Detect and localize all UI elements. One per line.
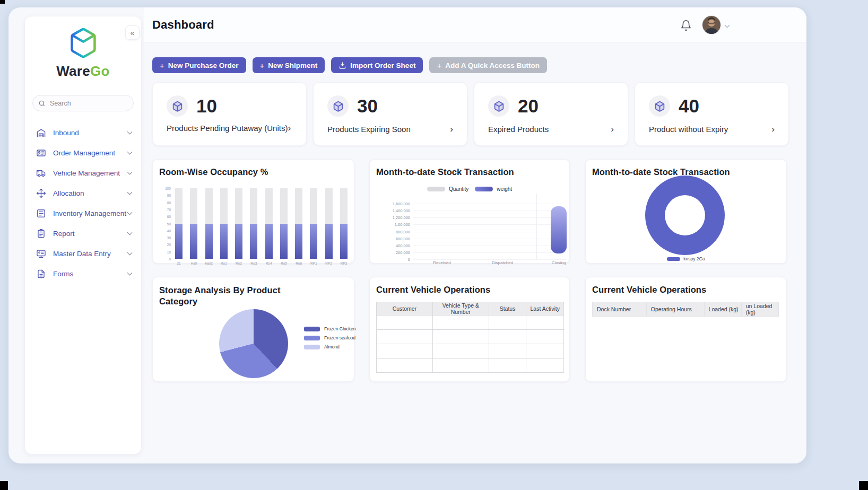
storage-analysis-card: Storage Analysis By Product Category Fro… [152, 277, 354, 382]
x-tick-label: RP1 [310, 261, 317, 265]
y-tick-label: 70 [167, 207, 171, 211]
bar-fill [250, 224, 257, 259]
y-tick-label: 80 [167, 200, 171, 204]
product-cube-icon [649, 95, 670, 117]
sidebar-item-label: Inbound [53, 129, 128, 137]
sidebar: WareGo InboundOrder ManagementVehicle Ma… [24, 16, 142, 454]
stat-label: Product without Expiry [649, 125, 728, 134]
x-tick-label: Received [433, 260, 450, 265]
bar-fill [220, 224, 228, 259]
bar-fill [205, 224, 213, 259]
search-box[interactable] [32, 95, 134, 111]
y-tick-label: 100 [165, 187, 171, 190]
screen-artifact [0, 481, 8, 490]
quick-action-label: New Shipment [268, 62, 317, 69]
sidebar-item-vehicle-management[interactable]: Vehicle Management [25, 163, 141, 183]
table-title: Current Vehicle Operations [592, 285, 706, 295]
chevron-right-icon[interactable]: › [288, 123, 291, 133]
table-cell [432, 330, 489, 344]
app-window: WareGo InboundOrder ManagementVehicle Ma… [8, 7, 806, 463]
legend-label: Frozen Chicken [324, 326, 356, 331]
room-chart-y-axis: 1009080706050403020100 [157, 188, 171, 259]
y-tick-label: 60 [167, 215, 171, 218]
search-input[interactable] [50, 100, 129, 107]
inventory-doc-icon [36, 208, 46, 218]
x-tick-label: Closing [552, 260, 566, 265]
legend-swatch [475, 187, 493, 191]
user-avatar[interactable] [702, 16, 721, 34]
quick-action-label: New Purchase Order [168, 62, 239, 69]
chevron-down-icon [127, 129, 133, 135]
sidebar-item-forms[interactable]: Forms [25, 264, 141, 284]
plus-icon: + [437, 62, 441, 69]
sidebar-item-label: Allocation [53, 189, 128, 197]
legend-label: Almond [324, 344, 340, 349]
bar-fill [235, 224, 242, 259]
quick-action-label: Add A Quick Access Button [445, 62, 540, 69]
sidebar-item-label: Inventory Management [53, 209, 128, 217]
table-title: Current Vehicle Operations [376, 285, 490, 295]
x-tick-label: Ro3 [250, 261, 257, 265]
sidebar-item-master-data-entry[interactable]: Master Data Entry [25, 243, 141, 264]
stat-card[interactable]: 10Products Pending Putaway (Units)› [152, 82, 307, 146]
table-header-cell: Vehicle Type & Number [432, 302, 489, 316]
page-title: Dashboard [152, 18, 214, 32]
legend-swatch [427, 187, 445, 191]
avatar-dropdown-chevron-icon[interactable] [725, 23, 730, 28]
bar-fill [340, 224, 348, 259]
stat-card[interactable]: 20Expired Products› [474, 82, 628, 146]
notifications-bell-icon[interactable] [680, 20, 692, 31]
sidebar-collapse-button[interactable]: « [125, 25, 140, 40]
sidebar-item-label: Forms [53, 270, 128, 278]
chevron-down-icon [127, 210, 133, 215]
legend-item: weight [475, 186, 512, 192]
warehouse-icon [36, 127, 46, 138]
stat-card[interactable]: 40Product without Expiry› [635, 82, 789, 146]
quick-action-add-a-quick-access-button[interactable]: +Add A Quick Access Button [429, 57, 547, 73]
truck-icon [36, 168, 46, 178]
legend-swatch [304, 345, 320, 349]
y-tick-label: 20 [167, 243, 171, 247]
quick-action-new-purchase-order[interactable]: +New Purchase Order [152, 57, 246, 73]
plus-icon: + [260, 62, 265, 69]
stat-card[interactable]: 30Products Expiring Soon› [313, 82, 467, 146]
table-cell [377, 358, 433, 373]
chevron-right-icon[interactable]: › [771, 124, 775, 135]
quick-action-import-order-sheet[interactable]: Import Order Sheet [331, 57, 423, 73]
table-header-row: Dock NumberOperating HoursLoaded (kg)un … [593, 302, 779, 317]
table-row [377, 316, 564, 330]
sidebar-item-order-management[interactable]: Order Management [25, 143, 141, 163]
x-tick-label: RP3 [341, 261, 348, 265]
x-tick-label: Hall [191, 261, 197, 265]
dock-operations-card: Current Vehicle Operations Dock NumberOp… [585, 277, 787, 382]
sidebar-item-label: Vehicle Management [53, 169, 128, 177]
sidebar-item-inventory-management[interactable]: Inventory Management [25, 203, 141, 223]
table-cell [432, 344, 489, 358]
chevron-right-icon[interactable]: › [450, 124, 453, 135]
quick-action-new-shipment[interactable]: +New Shipment [253, 57, 325, 73]
product-cube-icon [488, 95, 509, 117]
x-tick-label: RP2 [325, 261, 332, 265]
chevron-down-icon [127, 170, 133, 175]
stat-card-top: 40 [649, 95, 699, 117]
chevron-right-icon[interactable]: › [611, 124, 614, 135]
stat-value: 20 [518, 95, 539, 117]
stat-card-top: 30 [327, 95, 378, 117]
x-tick-label: Hall2 [205, 261, 213, 265]
y-tick-label: 0 [408, 257, 410, 262]
sidebar-item-allocation[interactable]: Allocation [25, 183, 141, 203]
table-cell [489, 316, 526, 330]
y-tick-label: 0 [169, 257, 171, 261]
sidebar-item-report[interactable]: Report [25, 223, 141, 243]
legend-label: Quantity [449, 186, 468, 192]
sidebar-item-inbound[interactable]: Inbound [25, 122, 141, 143]
bar-track: RP3 [340, 188, 348, 259]
table-cell [432, 316, 489, 330]
search-icon [38, 100, 46, 107]
legend-swatch [304, 327, 320, 331]
dock-operations-table: Dock NumberOperating HoursLoaded (kg)un … [592, 302, 779, 317]
bar-track: Ro4 [265, 188, 273, 259]
bar-fill [190, 224, 197, 259]
bar-fill [325, 224, 333, 259]
table-row [377, 330, 564, 344]
